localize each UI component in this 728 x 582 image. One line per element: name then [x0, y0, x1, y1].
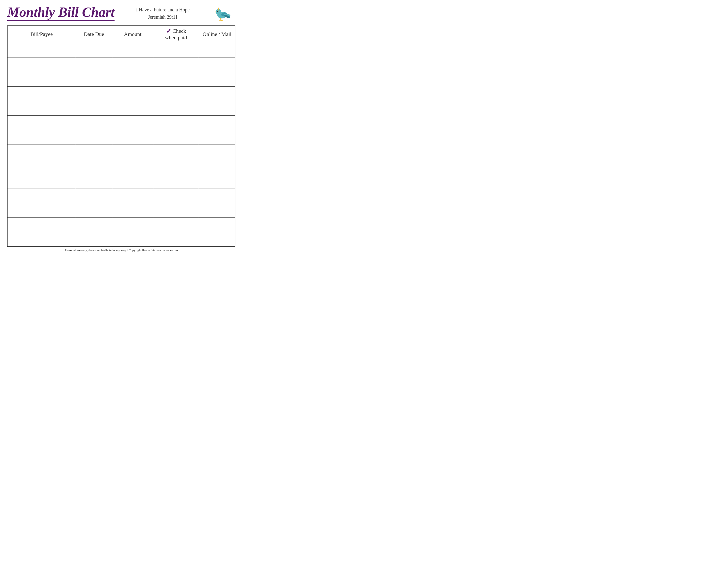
table-cell[interactable] — [199, 174, 235, 188]
table-cell[interactable] — [7, 188, 76, 203]
table-row — [7, 130, 235, 145]
col-header-date: Date Due — [76, 26, 112, 43]
table-cell[interactable] — [76, 203, 112, 218]
table-cell[interactable] — [76, 43, 112, 57]
table-row — [7, 188, 235, 203]
table-cell[interactable] — [7, 101, 76, 116]
table-row — [7, 145, 235, 159]
table-cell[interactable] — [153, 130, 199, 145]
table-cell[interactable] — [153, 218, 199, 232]
table-cell[interactable] — [112, 57, 153, 72]
table-cell[interactable] — [7, 130, 76, 145]
table-cell[interactable] — [7, 43, 76, 57]
table-cell[interactable] — [199, 232, 235, 247]
col-header-bill: Bill/Payee — [7, 26, 76, 43]
table-cell[interactable] — [76, 57, 112, 72]
table-cell[interactable] — [199, 57, 235, 72]
table-cell[interactable] — [153, 116, 199, 130]
table-cell[interactable] — [112, 145, 153, 159]
svg-line-9 — [220, 18, 221, 20]
table-cell[interactable] — [153, 145, 199, 159]
table-row — [7, 57, 235, 72]
check-word: Check — [173, 28, 186, 34]
table-cell[interactable] — [153, 72, 199, 87]
table-cell[interactable] — [7, 203, 76, 218]
table-row — [7, 218, 235, 232]
table-cell[interactable] — [153, 232, 199, 247]
table-cell[interactable] — [7, 174, 76, 188]
table-cell[interactable] — [76, 72, 112, 87]
table-cell[interactable] — [153, 43, 199, 57]
table-cell[interactable] — [7, 218, 76, 232]
table-cell[interactable] — [7, 145, 76, 159]
table-row — [7, 159, 235, 174]
table-cell[interactable] — [199, 159, 235, 174]
table-cell[interactable] — [112, 203, 153, 218]
table-cell[interactable] — [7, 72, 76, 87]
table-cell[interactable] — [76, 188, 112, 203]
table-cell[interactable] — [7, 232, 76, 247]
col-header-amount: Amount — [112, 26, 153, 43]
table-cell[interactable] — [76, 232, 112, 247]
table-cell[interactable] — [153, 188, 199, 203]
svg-point-3 — [217, 11, 217, 11]
table-cell[interactable] — [112, 174, 153, 188]
table-cell[interactable] — [199, 116, 235, 130]
header: Monthly Bill Chart I Have a Future and a… — [7, 5, 235, 22]
table-cell[interactable] — [153, 203, 199, 218]
table-cell[interactable] — [199, 203, 235, 218]
table-cell[interactable] — [199, 101, 235, 116]
table-body — [7, 43, 235, 247]
table-cell[interactable] — [153, 57, 199, 72]
table-cell[interactable] — [153, 101, 199, 116]
table-cell[interactable] — [199, 72, 235, 87]
footer: Personal use only, do not redistribute i… — [7, 247, 235, 254]
table-cell[interactable] — [199, 188, 235, 203]
table-cell[interactable] — [153, 174, 199, 188]
table-cell[interactable] — [199, 130, 235, 145]
table-cell[interactable] — [112, 72, 153, 87]
tagline-line2: Jeremiah 29:11 — [148, 13, 178, 21]
table-cell[interactable] — [112, 188, 153, 203]
bill-table: Bill/Payee Date Due Amount ✓ Check when … — [7, 25, 235, 247]
table-cell[interactable] — [76, 101, 112, 116]
table-cell[interactable] — [7, 116, 76, 130]
table-cell[interactable] — [76, 159, 112, 174]
table-cell[interactable] — [112, 218, 153, 232]
table-cell[interactable] — [112, 159, 153, 174]
table-cell[interactable] — [76, 87, 112, 101]
table-cell[interactable] — [153, 159, 199, 174]
col-header-online: Online / Mail — [199, 26, 235, 43]
table-cell[interactable] — [76, 174, 112, 188]
table-cell[interactable] — [112, 116, 153, 130]
table-cell[interactable] — [7, 57, 76, 72]
table-cell[interactable] — [199, 145, 235, 159]
table-cell[interactable] — [112, 87, 153, 101]
table-cell[interactable] — [112, 130, 153, 145]
table-cell[interactable] — [7, 87, 76, 101]
svg-marker-4 — [214, 11, 215, 12]
table-cell[interactable] — [7, 159, 76, 174]
table-cell[interactable] — [153, 87, 199, 101]
tagline-block: I Have a Future and a Hope Jeremiah 29:1… — [136, 6, 189, 21]
bird-icon — [213, 5, 235, 22]
table-row — [7, 101, 235, 116]
title-block: Monthly Bill Chart — [7, 5, 114, 21]
table-cell[interactable] — [112, 43, 153, 57]
table-cell[interactable] — [76, 218, 112, 232]
table-row — [7, 203, 235, 218]
main-title: Monthly Bill Chart — [7, 5, 114, 21]
table-cell[interactable] — [76, 145, 112, 159]
table-cell[interactable] — [76, 116, 112, 130]
table-header: Bill/Payee Date Due Amount ✓ Check when … — [7, 26, 235, 43]
bird-area — [213, 5, 235, 22]
tagline-line1: I Have a Future and a Hope — [136, 6, 189, 13]
table-cell[interactable] — [112, 101, 153, 116]
table-cell[interactable] — [199, 43, 235, 57]
table-cell[interactable] — [76, 130, 112, 145]
table-cell[interactable] — [112, 232, 153, 247]
table-cell[interactable] — [199, 87, 235, 101]
svg-point-2 — [217, 11, 218, 11]
table-row — [7, 116, 235, 130]
table-cell[interactable] — [199, 218, 235, 232]
